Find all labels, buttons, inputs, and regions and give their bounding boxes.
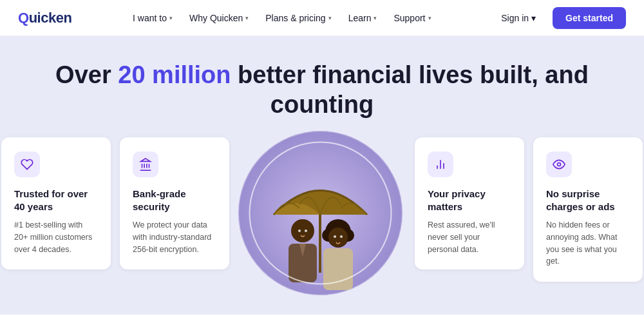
get-started-label: Get started xyxy=(565,13,613,23)
eye-icon xyxy=(546,151,572,177)
chevron-down-icon: ▾ xyxy=(374,15,377,21)
chevron-down-icon: ▾ xyxy=(531,13,536,23)
nav-learn-label: Learn xyxy=(348,13,372,23)
card-no-surprise-body: No hidden fees or annoying ads. What you… xyxy=(546,219,630,268)
card-trusted-title: Trusted for over 40 years xyxy=(14,188,98,213)
navbar: Quicken I want to ▾ Why Quicken ▾ Plans … xyxy=(0,0,644,36)
card-no-surprise: No surprise charges or ads No hidden fee… xyxy=(533,137,643,282)
headline-after: better financial lives built, and counti… xyxy=(231,61,589,118)
nav-support[interactable]: Support ▾ xyxy=(387,9,437,27)
couple-photo xyxy=(238,131,402,295)
svg-point-8 xyxy=(291,219,314,242)
nav-plans-pricing[interactable]: Plans & pricing ▾ xyxy=(259,9,337,27)
card-security: Bank-grade security We protect your data… xyxy=(120,137,229,269)
get-started-button[interactable]: Get started xyxy=(553,7,626,29)
chevron-down-icon: ▾ xyxy=(169,15,173,21)
nav-i-want-to-label: I want to xyxy=(133,13,167,23)
card-privacy: Your privacy matters Rest assured, we'll… xyxy=(415,137,524,269)
card-trusted-body: #1 best-selling with 20+ million custome… xyxy=(14,219,98,255)
chart-icon xyxy=(428,151,453,177)
nav-learn[interactable]: Learn ▾ xyxy=(342,9,384,27)
svg-marker-5 xyxy=(141,159,151,162)
card-trusted: Trusted for over 40 years #1 best-sellin… xyxy=(1,137,111,269)
bank-icon xyxy=(133,151,158,177)
svg-point-25 xyxy=(558,163,561,166)
nav-links: I want to ▾ Why Quicken ▾ Plans & pricin… xyxy=(126,9,437,27)
card-no-surprise-title: No surprise charges or ads xyxy=(546,188,630,213)
sign-in-button[interactable]: Sign in ▾ xyxy=(492,8,545,28)
headline-before: Over xyxy=(55,61,118,88)
card-security-title: Bank-grade security xyxy=(133,188,216,213)
nav-why-quicken[interactable]: Why Quicken ▾ xyxy=(183,9,255,27)
hero-section: Over 20 million better financial lives b… xyxy=(0,36,644,137)
card-security-body: We protect your data with industry-stand… xyxy=(133,219,216,255)
sign-in-label: Sign in xyxy=(501,13,529,23)
svg-point-21 xyxy=(340,235,343,238)
nav-support-label: Support xyxy=(393,13,425,23)
logo-text: Quicken xyxy=(18,10,71,26)
nav-right: Sign in ▾ Get started xyxy=(492,7,626,29)
headline-highlight: 20 million xyxy=(118,61,231,88)
nav-why-quicken-label: Why Quicken xyxy=(189,13,243,23)
cards-section: Trusted for over 40 years #1 best-sellin… xyxy=(0,137,644,315)
nav-i-want-to[interactable]: I want to ▾ xyxy=(126,9,179,27)
logo[interactable]: Quicken xyxy=(18,10,71,26)
hero-image xyxy=(238,131,406,295)
chevron-down-icon: ▾ xyxy=(245,15,249,21)
nav-plans-pricing-label: Plans & pricing xyxy=(265,13,325,23)
card-privacy-body: Rest assured, we'll never sell your pers… xyxy=(428,219,511,255)
svg-point-18 xyxy=(298,229,301,232)
chevron-down-icon: ▾ xyxy=(328,15,332,21)
svg-point-19 xyxy=(305,229,307,232)
chevron-down-icon: ▾ xyxy=(428,15,431,21)
hero-headline: Over 20 million better financial lives b… xyxy=(13,61,631,119)
heart-icon xyxy=(14,151,40,177)
card-privacy-title: Your privacy matters xyxy=(428,188,511,213)
svg-point-20 xyxy=(334,235,336,238)
